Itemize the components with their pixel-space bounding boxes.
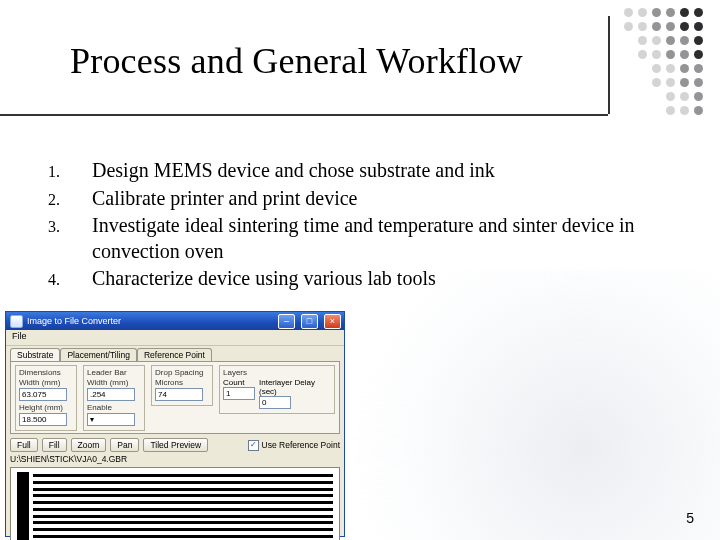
list-text: Investigate ideal sintering time and tem… bbox=[92, 213, 688, 264]
minimize-button[interactable]: – bbox=[278, 314, 295, 329]
group-drop-spacing: Drop Spacing Microns 74 bbox=[151, 365, 213, 406]
menu-bar: File bbox=[6, 330, 344, 346]
list-text: Characterize device using various lab to… bbox=[92, 266, 688, 292]
list-number: 1. bbox=[48, 158, 92, 182]
close-button[interactable]: × bbox=[324, 314, 341, 329]
title-underline bbox=[0, 114, 608, 116]
slide-title: Process and General Workflow bbox=[70, 40, 523, 82]
tab-placement-tiling[interactable]: Placement/Tiling bbox=[60, 348, 137, 361]
tab-body: Dimensions Width (mm) 63.075 Height (mm)… bbox=[10, 361, 340, 434]
file-path: U:\SHIEN\STICK\VJA0_4.GBR bbox=[10, 454, 340, 464]
menu-file[interactable]: File bbox=[12, 331, 27, 341]
width-label: Width (mm) bbox=[19, 378, 73, 387]
list-item: 1. Design MEMS device and chose substrat… bbox=[48, 158, 688, 184]
zoom-button[interactable]: Zoom bbox=[71, 438, 107, 452]
leader-width-input[interactable]: .254 bbox=[87, 388, 135, 401]
background-photo-wash bbox=[330, 270, 720, 540]
maximize-button[interactable]: □ bbox=[301, 314, 318, 329]
preview-trace-lines bbox=[33, 474, 333, 538]
layers-count-label: Count bbox=[223, 378, 255, 387]
interlayer-label: Interlayer Delay (sec) bbox=[259, 378, 331, 396]
title-row: Process and General Workflow bbox=[0, 60, 720, 130]
toolbar-row: Full Fill Zoom Pan Tiled Preview ✓ Use R… bbox=[10, 438, 340, 452]
window-title: Image to File Converter bbox=[27, 316, 121, 326]
pan-button[interactable]: Pan bbox=[110, 438, 139, 452]
list-text: Calibrate printer and print device bbox=[92, 186, 688, 212]
leader-width-label: Width (mm) bbox=[87, 378, 141, 387]
group-layers: Layers Count 1 Interlayer Delay (sec) 0 bbox=[219, 365, 335, 414]
drop-label: Microns bbox=[155, 378, 209, 387]
enable-select[interactable]: ▾ bbox=[87, 413, 135, 426]
checkbox-label: Use Reference Point bbox=[262, 440, 340, 450]
list-item: 2. Calibrate printer and print device bbox=[48, 186, 688, 212]
group-dimensions: Dimensions Width (mm) 63.075 Height (mm)… bbox=[15, 365, 77, 431]
tiled-preview-button[interactable]: Tiled Preview bbox=[143, 438, 208, 452]
layers-count-input[interactable]: 1 bbox=[223, 387, 255, 400]
list-item: 4. Characterize device using various lab… bbox=[48, 266, 688, 292]
group-leader-bar: Leader Bar Width (mm) .254 Enable ▾ bbox=[83, 365, 145, 431]
interlayer-input[interactable]: 0 bbox=[259, 396, 291, 409]
width-input[interactable]: 63.075 bbox=[19, 388, 67, 401]
checkbox-icon: ✓ bbox=[248, 440, 259, 451]
embedded-app-window: Image to File Converter – □ × File Subst… bbox=[6, 312, 344, 536]
tab-strip: Substrate Placement/Tiling Reference Poi… bbox=[6, 346, 344, 361]
group-label: Drop Spacing bbox=[155, 368, 209, 377]
preview-canvas[interactable] bbox=[10, 467, 340, 540]
list-number: 4. bbox=[48, 266, 92, 290]
app-icon bbox=[10, 315, 23, 328]
group-label: Layers bbox=[223, 368, 331, 377]
enable-label: Enable bbox=[87, 403, 141, 412]
list-number: 2. bbox=[48, 186, 92, 210]
page-number: 5 bbox=[686, 510, 694, 526]
window-titlebar[interactable]: Image to File Converter – □ × bbox=[6, 312, 344, 330]
numbered-list: 1. Design MEMS device and chose substrat… bbox=[48, 158, 688, 294]
list-text: Design MEMS device and chose substrate a… bbox=[92, 158, 688, 184]
decorative-dot-grid bbox=[624, 8, 705, 117]
full-button[interactable]: Full bbox=[10, 438, 38, 452]
drop-spacing-input[interactable]: 74 bbox=[155, 388, 203, 401]
group-label: Leader Bar bbox=[87, 368, 141, 377]
list-item: 3. Investigate ideal sintering time and … bbox=[48, 213, 688, 264]
list-number: 3. bbox=[48, 213, 92, 237]
height-input[interactable]: 18.500 bbox=[19, 413, 67, 426]
tab-substrate[interactable]: Substrate bbox=[10, 348, 60, 361]
preview-solid-block bbox=[17, 472, 29, 540]
use-reference-point-checkbox[interactable]: ✓ Use Reference Point bbox=[248, 440, 340, 451]
group-label: Dimensions bbox=[19, 368, 73, 377]
height-label: Height (mm) bbox=[19, 403, 73, 412]
tab-reference-point[interactable]: Reference Point bbox=[137, 348, 212, 361]
fill-button[interactable]: Fill bbox=[42, 438, 67, 452]
